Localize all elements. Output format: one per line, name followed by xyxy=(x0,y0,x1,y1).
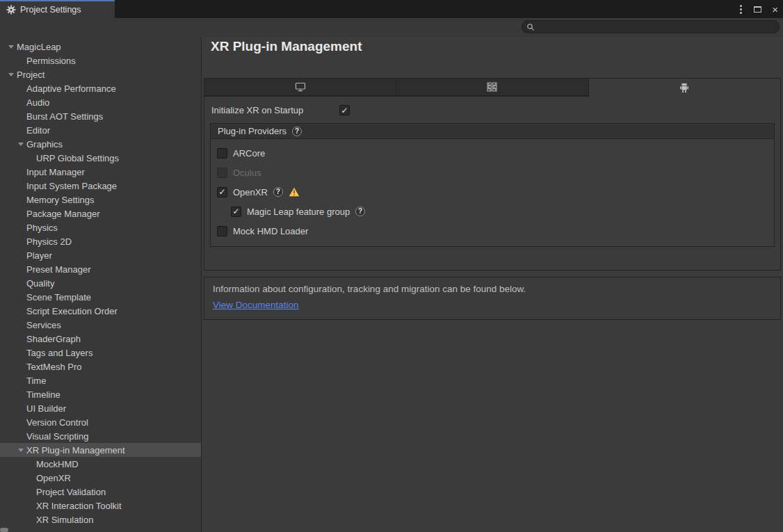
provider-label: OpenXR xyxy=(233,187,268,198)
sidebar-item-label: Quality xyxy=(26,278,54,289)
sidebar-item-label: Visual Scripting xyxy=(26,431,88,442)
arcore-checkbox[interactable] xyxy=(217,148,227,159)
sidebar-item-label: Project Validation xyxy=(36,487,106,497)
sidebar-item-label: Graphics xyxy=(26,139,63,150)
sidebar-item-quality[interactable]: Quality xyxy=(0,276,201,290)
sidebar-item-label: Memory Settings xyxy=(26,195,95,205)
sidebar-item-time[interactable]: Time xyxy=(0,373,201,387)
android-platform-panel: Initialize XR on Startup ✓ Plug-in Provi… xyxy=(204,96,781,271)
help-icon[interactable]: ? xyxy=(273,187,283,197)
platform-tab-bar xyxy=(204,78,781,96)
provider-row-magic-leap-feature-group: ✓Magic Leap feature group? xyxy=(231,202,774,221)
sidebar-item-package-manager[interactable]: Package Manager xyxy=(0,207,201,220)
sidebar-item-scene-template[interactable]: Scene Template xyxy=(0,290,201,304)
expander-triangle-icon[interactable] xyxy=(6,73,17,76)
sidebar-item-timeline[interactable]: Timeline xyxy=(0,387,201,401)
sidebar-item-graphics[interactable]: Graphics xyxy=(0,137,201,151)
sidebar-item-label: Physics 2D xyxy=(26,236,72,247)
sidebar-item-audio[interactable]: Audio xyxy=(0,95,201,109)
view-documentation-link[interactable]: View Documentation xyxy=(213,300,299,310)
mock-hmd-loader-checkbox[interactable] xyxy=(217,226,227,236)
sidebar-item-magicleap[interactable]: MagicLeap xyxy=(0,40,201,54)
sidebar-item-memory-settings[interactable]: Memory Settings xyxy=(0,193,201,207)
sidebar-item-preset-manager[interactable]: Preset Manager xyxy=(0,262,201,276)
kebab-menu-icon[interactable] xyxy=(738,3,743,15)
provider-label: Oculus xyxy=(233,168,261,178)
provider-row-openxr: ✓OpenXR? xyxy=(217,182,774,202)
openxr-checkbox[interactable]: ✓ xyxy=(217,187,227,198)
tab-embedded-platform[interactable] xyxy=(396,78,588,96)
sidebar-item-label: Services xyxy=(26,320,61,330)
sidebar-item-project-validation[interactable]: Project Validation xyxy=(0,485,201,499)
sidebar-item-label: URP Global Settings xyxy=(36,153,119,163)
sidebar-item-label: Permissions xyxy=(26,56,76,66)
initialize-xr-checkbox[interactable]: ✓ xyxy=(339,105,350,115)
search-field[interactable] xyxy=(522,20,780,33)
plugin-providers-title: Plug-in Providers xyxy=(218,126,286,136)
sidebar-item-shadergraph[interactable]: ShaderGraph xyxy=(0,332,201,346)
help-icon[interactable]: ? xyxy=(292,127,302,136)
sidebar-item-label: Package Manager xyxy=(26,209,100,219)
desktop-monitor-icon xyxy=(295,82,306,92)
sidebar-item-physics[interactable]: Physics xyxy=(0,220,201,234)
page-title: XR Plug-in Management xyxy=(211,39,362,54)
sidebar-item-label: Input Manager xyxy=(26,167,85,177)
search-input[interactable] xyxy=(538,22,775,33)
provider-row-arcore: ARCore xyxy=(217,143,774,163)
sidebar-item-label: Editor xyxy=(26,125,50,136)
tab-android-platform[interactable] xyxy=(588,78,781,97)
warning-icon xyxy=(289,187,300,197)
sidebar-item-label: TextMesh Pro xyxy=(26,362,81,372)
sidebar-item-editor[interactable]: Editor xyxy=(0,123,201,137)
sidebar-item-urp-global-settings[interactable]: URP Global Settings xyxy=(0,151,201,165)
maximize-icon[interactable] xyxy=(754,6,761,13)
documentation-info-box: Information about configuration, trackin… xyxy=(204,277,781,320)
sidebar-item-label: Audio xyxy=(26,97,49,108)
sidebar-item-label: MagicLeap xyxy=(17,42,61,52)
sidebar-item-label: Physics xyxy=(26,223,58,233)
sidebar-item-script-execution-order[interactable]: Script Execution Order xyxy=(0,304,201,318)
provider-label: ARCore xyxy=(233,148,265,159)
tab-desktop-platform[interactable] xyxy=(204,78,396,96)
sidebar-item-burst-aot-settings[interactable]: Burst AOT Settings xyxy=(0,109,201,123)
sidebar-item-xr-simulation[interactable]: XR Simulation xyxy=(0,513,201,526)
sidebar-item-xr-plug-in-management[interactable]: XR Plug-in Management xyxy=(0,443,201,457)
sidebar-item-openxr[interactable]: OpenXR xyxy=(0,471,201,485)
close-icon[interactable]: × xyxy=(772,4,778,15)
project-settings-tab[interactable]: Project Settings xyxy=(0,0,115,18)
expander-triangle-icon[interactable] xyxy=(6,45,17,49)
expander-triangle-icon[interactable] xyxy=(15,449,26,452)
oculus-checkbox xyxy=(217,168,227,178)
sidebar-item-project[interactable]: Project xyxy=(0,67,201,81)
sidebar-item-label: Burst AOT Settings xyxy=(26,111,103,122)
sidebar-item-mockhmd[interactable]: MockHMD xyxy=(0,457,201,471)
plugin-providers-header: Plug-in Providers ? xyxy=(211,124,774,139)
settings-toolbar xyxy=(0,18,783,38)
sidebar-item-label: XR Simulation xyxy=(36,515,93,525)
expander-triangle-icon[interactable] xyxy=(15,143,26,146)
sidebar-item-xr-interaction-toolkit[interactable]: XR Interaction Toolkit xyxy=(0,499,201,513)
sidebar-item-version-control[interactable]: Version Control xyxy=(0,415,201,429)
sidebar-item-label: Script Execution Order xyxy=(26,306,118,316)
sidebar-item-textmesh-pro[interactable]: TextMesh Pro xyxy=(0,360,201,373)
sidebar-item-adaptive-performance[interactable]: Adaptive Performance xyxy=(0,81,201,95)
sidebar-item-ui-builder[interactable]: UI Builder xyxy=(0,401,201,415)
sidebar-item-label: Adaptive Performance xyxy=(26,83,116,94)
magic-leap-feature-group-checkbox[interactable]: ✓ xyxy=(231,207,241,217)
sidebar-item-label: XR Interaction Toolkit xyxy=(36,501,122,511)
sidebar-item-input-manager[interactable]: Input Manager xyxy=(0,165,201,179)
sidebar-item-physics-2d[interactable]: Physics 2D xyxy=(0,234,201,248)
xr-plugin-management-pane: XR Plug-in Management xyxy=(202,38,783,532)
sidebar-item-services[interactable]: Services xyxy=(0,318,201,332)
help-icon[interactable]: ? xyxy=(355,207,365,216)
sidebar-item-visual-scripting[interactable]: Visual Scripting xyxy=(0,429,201,443)
sidebar-item-player[interactable]: Player xyxy=(0,248,201,262)
window-controls: × xyxy=(738,0,778,18)
sidebar-item-label: Project xyxy=(17,70,45,80)
sidebar-item-tags-and-layers[interactable]: Tags and Layers xyxy=(0,346,201,360)
sidebar-item-input-system-package[interactable]: Input System Package xyxy=(0,179,201,193)
settings-category-sidebar: MagicLeapPermissionsProjectAdaptive Perf… xyxy=(0,38,202,532)
sidebar-scrollbar-thumb[interactable] xyxy=(0,528,8,532)
sidebar-item-permissions[interactable]: Permissions xyxy=(0,54,201,67)
sidebar-item-label: Player xyxy=(26,250,52,261)
